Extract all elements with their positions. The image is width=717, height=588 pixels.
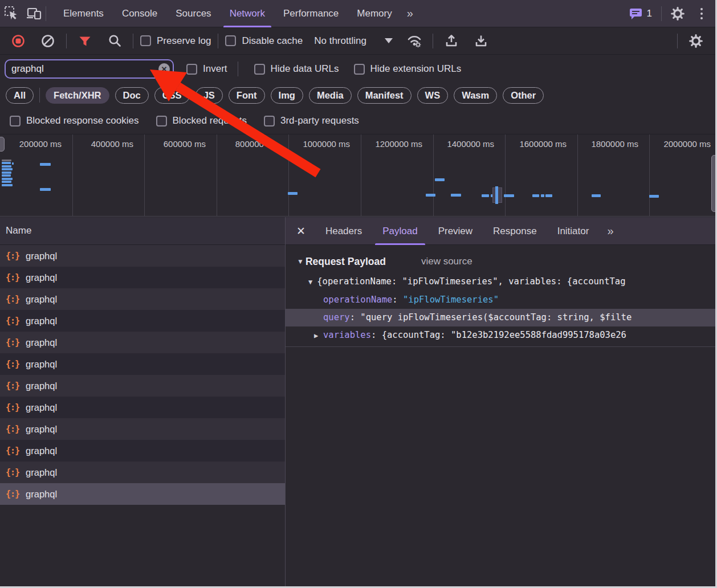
detail-tab-preview[interactable]: Preview	[428, 217, 483, 245]
filter-input-wrap: ✕	[5, 59, 174, 79]
issues-count: 1	[647, 8, 652, 19]
request-row[interactable]: {:}graphql	[0, 267, 285, 288]
chip-media[interactable]: Media	[309, 87, 352, 104]
timeline-tick-label: 2000000 ms	[663, 139, 711, 149]
expand-caret-icon[interactable]: ▶	[314, 327, 323, 344]
kebab-menu-icon[interactable]	[694, 8, 710, 19]
detail-tab-response[interactable]: Response	[483, 217, 547, 245]
payload-row-variables[interactable]: ▶variables: {accountTag: "b12e3b2192ee55…	[286, 326, 715, 344]
request-name: graphql	[26, 402, 57, 413]
tab-console[interactable]: Console	[113, 0, 166, 27]
extra-filters-row: Blocked response cookiesBlocked requests…	[0, 108, 715, 133]
network-conditions-icon[interactable]	[403, 30, 426, 52]
timeline-window-handle-left[interactable]	[0, 137, 5, 152]
request-name: graphql	[26, 467, 57, 478]
network-settings-gear-icon[interactable]	[685, 30, 707, 52]
record-network-log-button[interactable]	[7, 30, 30, 52]
timeline-gridline	[288, 134, 289, 216]
toolbar-separator	[66, 34, 67, 48]
chip-other[interactable]: Other	[503, 87, 544, 104]
3rd-party-requests-checkbox[interactable]	[264, 116, 275, 126]
export-har-icon[interactable]	[470, 30, 492, 52]
tab-elements[interactable]: Elements	[54, 0, 113, 27]
toolbar-separator	[218, 34, 218, 48]
issues-button[interactable]: 1	[624, 7, 657, 21]
payload-row-operation-name[interactable]: operationName: "ipFlowTimeseries"	[286, 291, 715, 309]
payload-root-row[interactable]: ▼{operationName: "ipFlowTimeseries", var…	[286, 272, 715, 291]
payload-row-query[interactable]: query: "query ipFlowTimeseries($accountT…	[286, 309, 715, 326]
request-row[interactable]: {:}graphql	[0, 288, 285, 310]
request-name: graphql	[26, 337, 57, 348]
request-row[interactable]: {:}graphql	[0, 483, 285, 505]
chip-css[interactable]: CSS	[154, 87, 190, 104]
chip-font[interactable]: Font	[229, 87, 265, 104]
request-row[interactable]: {:}graphql	[0, 353, 285, 375]
request-payload-title: Request Payload	[305, 256, 386, 268]
inspect-element-icon[interactable]	[0, 2, 23, 25]
preserve-log-checkbox[interactable]	[140, 35, 151, 46]
hide-data-urls-checkbox[interactable]	[254, 64, 265, 75]
request-row[interactable]: {:}graphql	[0, 375, 285, 397]
chip-fetch-xhr[interactable]: Fetch/XHR	[46, 87, 109, 104]
view-source-link[interactable]: view source	[421, 256, 472, 267]
filter-input[interactable]	[5, 59, 174, 79]
filter-funnel-icon[interactable]	[74, 30, 96, 52]
chip-manifest[interactable]: Manifest	[357, 87, 412, 104]
tab-performance[interactable]: Performance	[274, 0, 348, 27]
clear-network-log-button[interactable]	[36, 30, 59, 52]
close-details-icon[interactable]: ✕	[286, 224, 315, 238]
request-row[interactable]: {:}graphql	[0, 310, 285, 332]
import-har-icon[interactable]	[440, 30, 463, 52]
detail-tab-headers[interactable]: Headers	[315, 217, 372, 245]
request-row[interactable]: {:}graphql	[0, 332, 285, 353]
name-column-header[interactable]: Name	[0, 217, 285, 245]
tab-network[interactable]: Network	[221, 0, 274, 27]
request-row[interactable]: {:}graphql	[0, 397, 285, 418]
timeline-request-bar	[482, 194, 489, 197]
request-type-chips: AllFetch/XHRDocCSSJSFontImgMediaManifest…	[0, 84, 715, 107]
expand-caret-icon[interactable]: ▼	[308, 278, 312, 286]
timeline-request-bar	[435, 178, 445, 181]
tab-memory[interactable]: Memory	[348, 0, 401, 27]
blocked-requests-checkbox[interactable]	[156, 116, 167, 126]
chip-img[interactable]: Img	[271, 87, 303, 104]
search-icon[interactable]	[103, 30, 126, 52]
chip-ws[interactable]: WS	[417, 87, 449, 104]
timeline-window-handle-right[interactable]	[711, 155, 715, 212]
hide-extension-urls-checkbox[interactable]	[354, 64, 365, 75]
xhr-braces-icon: {:}	[6, 316, 19, 326]
detail-tab-initiator[interactable]: Initiator	[547, 217, 600, 245]
timeline-request-bar	[40, 163, 51, 166]
disable-cache-checkbox[interactable]	[225, 35, 236, 46]
chip-js[interactable]: JS	[195, 87, 223, 104]
timeline-request-bar	[2, 174, 11, 177]
blocked-requests-group: Blocked requests	[156, 115, 247, 126]
chip-wasm[interactable]: Wasm	[454, 87, 497, 104]
chip-all[interactable]: All	[6, 87, 34, 104]
throttling-select[interactable]: No throttling	[309, 35, 393, 47]
throttling-value: No throttling	[314, 35, 366, 47]
payload-panel: ▼ Request Payload view source ▼{operatio…	[286, 245, 715, 586]
request-payload-section[interactable]: ▼ Request Payload view source	[286, 251, 715, 272]
settings-gear-icon[interactable]	[666, 2, 689, 25]
timeline-tick-label: 400000 ms	[91, 139, 133, 149]
tab-sources[interactable]: Sources	[166, 0, 220, 27]
request-row[interactable]: {:}graphql	[0, 440, 285, 462]
blocked-response-cookies-checkbox[interactable]	[10, 116, 21, 126]
more-tabs-icon[interactable]: »	[401, 7, 418, 20]
invert-checkbox[interactable]	[186, 64, 197, 75]
request-row[interactable]: {:}graphql	[0, 462, 285, 483]
request-name: graphql	[26, 294, 57, 305]
request-row[interactable]: {:}graphql	[0, 418, 285, 440]
request-row[interactable]: {:}graphql	[0, 245, 285, 267]
device-toolbar-icon[interactable]	[23, 2, 46, 25]
xhr-braces-icon: {:}	[6, 337, 19, 348]
devtools-top-bar: ElementsConsoleSourcesNetworkPerformance…	[0, 0, 715, 27]
detail-tab-payload[interactable]: Payload	[372, 217, 427, 245]
chip-doc[interactable]: Doc	[115, 87, 149, 104]
more-detail-tabs-icon[interactable]: »	[601, 224, 618, 238]
network-overview-timeline[interactable]: 200000 ms400000 ms600000 ms800000 ms1000…	[0, 134, 715, 217]
clear-filter-icon[interactable]: ✕	[158, 63, 170, 75]
timeline-request-bar	[451, 194, 461, 197]
top-bar-separator	[661, 6, 662, 21]
